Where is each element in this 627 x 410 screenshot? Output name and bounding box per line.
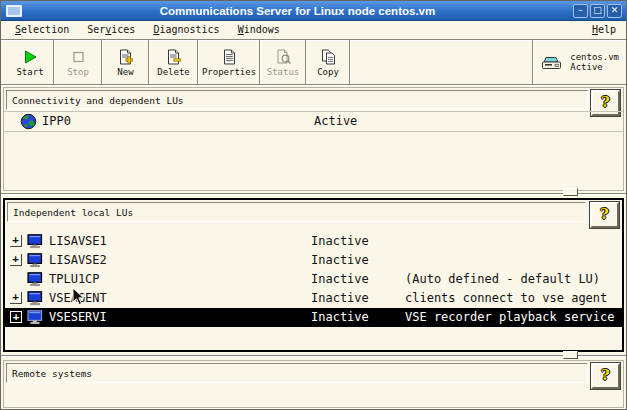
menu-label: Ser [87,24,105,35]
pane-remote-systems: Remote systems ? [3,360,624,408]
menu-label: election [21,24,69,35]
properties-label: Properties [202,67,256,77]
lu-status: Inactive [311,251,369,270]
expand-toggle[interactable]: + [10,311,22,323]
node-status-button[interactable]: centos.vm Active [534,40,626,84]
globe-icon [20,113,37,136]
question-mark-icon: ? [601,366,610,384]
start-button[interactable]: Start [7,40,53,84]
question-mark-icon: ? [600,205,609,223]
menubar: Selection Services Diagnostics Windows H… [1,20,626,40]
lu-name: LISAVSE2 [49,251,107,270]
lu-comment: (Auto defined - default LU) [405,270,600,289]
pane-divider [1,355,626,356]
lu-status: Inactive [311,289,369,308]
minimize-button[interactable]: – [573,4,588,18]
pane-divider [1,193,626,194]
table-row-tplu1cp[interactable]: TPLU1CP Inactive (Auto defined - default… [5,270,622,289]
toolbar-spacer [351,40,532,84]
expand-toggle[interactable]: + [10,254,22,266]
pane-independent-lus: Independent local LUs ? + LISAVSE1 Inact… [3,198,624,352]
new-button[interactable]: New [103,40,148,84]
node-status-text: centos.vm Active [570,52,619,73]
table-row-vseservi-selected[interactable]: + VSESERVI Inactive VSE recorder playbac… [5,308,622,327]
copy-label: Copy [317,67,339,77]
table-row-vseagent[interactable]: + VSEAGENT Inactive clients connect to v… [5,289,622,308]
window-menu-icon[interactable] [6,5,22,17]
app-window: Communications Server for Linux node cen… [0,0,627,410]
expand-toggle[interactable]: + [10,292,22,304]
pane-title: Remote systems [12,368,92,379]
lu-name: LISAVSE1 [49,232,107,251]
lu-name: VSEAGENT [49,289,107,308]
close-button[interactable]: ✕ [607,4,622,18]
menu-windows[interactable]: Windows [238,24,280,35]
copy-icon [320,49,337,65]
titlebar[interactable]: Communications Server for Linux node cen… [1,1,626,21]
lu-name: TPLU1CP [49,270,100,289]
pane-connectivity-header: Connectivity and dependent LUs [6,90,588,110]
lu-status: Inactive [311,232,369,251]
table-row-lisavse2[interactable]: + LISAVSE2 Inactive [5,251,622,270]
node-state: Active [570,62,619,73]
stop-label: Stop [67,67,89,77]
lu-comment: VSE recorder playback service [405,308,615,327]
delete-button[interactable]: Delete [150,40,197,84]
menu-selection[interactable]: Selection [15,24,69,35]
pane-independent-header: Independent local LUs [7,202,586,222]
menu-label: iagnostics [159,24,219,35]
node-name: centos.vm [570,52,619,63]
menu-label: indows [244,24,280,35]
copy-button[interactable]: Copy [307,40,349,84]
pane-title: Connectivity and dependent LUs [12,95,184,106]
status-icon [275,49,292,65]
pane-connectivity: Connectivity and dependent LUs ? IPP0 Ac… [3,87,624,191]
table-row-lisavse1[interactable]: + LISAVSE1 Inactive [5,232,622,251]
window-controls: – □ ✕ [573,4,622,18]
lu-status: Inactive [311,270,369,289]
stop-icon [70,49,87,65]
pane-resize-sash[interactable] [563,351,578,359]
pane-resize-sash[interactable] [563,188,578,196]
delete-icon [165,49,182,65]
maximize-button[interactable]: □ [590,4,605,18]
window-title: Communications Server for Linux node cen… [22,5,573,17]
properties-button[interactable]: Properties [199,40,259,84]
help-button-remote[interactable]: ? [591,363,620,389]
properties-icon [221,49,238,65]
menu-help[interactable]: Help [592,24,616,35]
status-label: Status [267,67,300,77]
question-mark-icon: ? [601,93,610,111]
expand-toggle[interactable]: + [10,235,22,247]
new-icon [117,49,134,65]
help-button-independent[interactable]: ? [590,202,619,228]
start-label: Start [16,67,43,77]
pane-remote-header: Remote systems [6,363,588,383]
new-label: New [117,67,133,77]
node-server-icon [541,54,564,71]
pane-title: Independent local LUs [13,207,133,218]
lu-name: VSESERVI [49,308,107,327]
port-name: IPP0 [42,112,71,131]
menu-label: elp [598,24,616,35]
lu-status: Inactive [311,308,369,327]
status-button[interactable]: Status [261,40,305,84]
delete-label: Delete [157,67,190,77]
menu-diagnostics[interactable]: Diagnostics [153,24,219,35]
toolbar: Start Stop New Delete Properties Status [1,40,626,85]
monitor-icon [27,310,43,331]
menu-services[interactable]: Services [87,24,135,35]
port-status: Active [314,112,357,131]
stop-button[interactable]: Stop [55,40,101,84]
lu-comment: clients connect to vse agent [405,289,607,308]
table-row-ipp0[interactable]: IPP0 Active [4,111,623,132]
start-icon [22,49,39,65]
menu-label: ices [111,24,135,35]
